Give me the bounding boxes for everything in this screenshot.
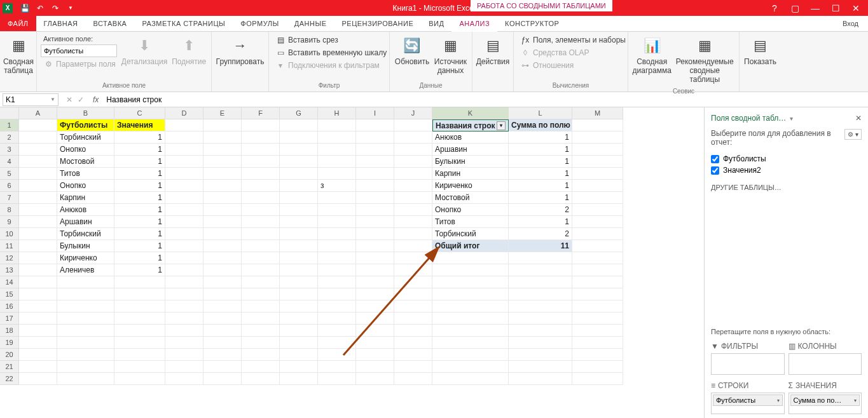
cell[interactable]: 1 — [509, 156, 572, 168]
cell[interactable]: Общий итог — [432, 240, 509, 252]
cell[interactable] — [432, 313, 509, 325]
cell[interactable] — [19, 192, 57, 204]
cell[interactable] — [242, 288, 280, 300]
cell[interactable] — [356, 144, 394, 156]
cell[interactable] — [165, 300, 203, 313]
cell[interactable] — [280, 325, 318, 337]
cell[interactable]: 1 — [114, 131, 165, 144]
cell[interactable] — [280, 313, 318, 325]
cell[interactable] — [394, 288, 432, 300]
cell[interactable] — [165, 204, 203, 216]
cell[interactable] — [203, 228, 242, 240]
cell[interactable] — [242, 325, 280, 337]
cell[interactable] — [114, 288, 165, 300]
cell[interactable] — [19, 276, 57, 288]
cell[interactable] — [356, 349, 394, 361]
values-dropzone[interactable]: Сумма по по… — [789, 393, 862, 414]
cell[interactable] — [280, 252, 318, 264]
cell[interactable] — [356, 168, 394, 180]
cell[interactable] — [509, 276, 572, 288]
cell[interactable]: Аршавин — [432, 144, 509, 156]
cell[interactable] — [19, 300, 57, 313]
cell[interactable] — [318, 204, 356, 216]
cell[interactable] — [318, 119, 356, 131]
redo-icon[interactable]: ↷ — [48, 1, 62, 15]
refresh-button[interactable]: 🔄 Обновить — [392, 33, 432, 69]
cell[interactable] — [280, 276, 318, 288]
cell[interactable] — [57, 349, 114, 361]
cell[interactable] — [165, 192, 203, 204]
cell[interactable] — [165, 131, 203, 144]
cell[interactable] — [203, 180, 242, 192]
cell[interactable]: 1 — [114, 228, 165, 240]
cell[interactable] — [318, 264, 356, 276]
cell[interactable] — [203, 216, 242, 228]
cell[interactable] — [165, 349, 203, 361]
cell[interactable] — [242, 361, 280, 373]
cell[interactable] — [509, 325, 572, 337]
cell[interactable] — [57, 361, 114, 373]
olap-button[interactable]: ◊Средства OLAP — [518, 47, 628, 58]
cell[interactable] — [165, 228, 203, 240]
cell[interactable] — [203, 313, 242, 325]
ribbon-options-icon[interactable]: ▢ — [785, 0, 804, 16]
pane-options-button[interactable]: ⚙ ▾ — [844, 129, 862, 140]
group-button[interactable]: → Группировать — [214, 33, 266, 69]
field-checkbox-2[interactable]: Значения2 — [711, 165, 862, 176]
cell[interactable]: Торбинский — [57, 131, 114, 144]
tab-data[interactable]: ДАННЫЕ — [287, 16, 334, 31]
filter-connections-button[interactable]: ▾Подключения к фильтрам — [273, 60, 389, 71]
cell[interactable] — [572, 325, 623, 337]
cell[interactable] — [165, 373, 203, 385]
cell[interactable]: 1 — [114, 240, 165, 252]
cell[interactable] — [572, 228, 623, 240]
cell[interactable]: Аршавин — [57, 216, 114, 228]
cell[interactable] — [572, 300, 623, 313]
cell[interactable] — [356, 264, 394, 276]
cell[interactable]: Футболисты — [57, 119, 114, 131]
cell[interactable] — [165, 119, 203, 131]
cell[interactable] — [432, 252, 509, 264]
cell[interactable] — [242, 300, 280, 313]
cell[interactable] — [394, 373, 432, 385]
rows-dropzone[interactable]: Футболисты — [711, 393, 785, 414]
cell[interactable] — [165, 276, 203, 288]
cell[interactable] — [509, 337, 572, 349]
cell[interactable] — [356, 313, 394, 325]
cell[interactable] — [280, 240, 318, 252]
cell[interactable] — [394, 252, 432, 264]
cell[interactable] — [203, 156, 242, 168]
cell[interactable] — [19, 361, 57, 373]
cell[interactable] — [572, 144, 623, 156]
cell[interactable] — [242, 119, 280, 131]
help-icon[interactable]: ? — [765, 0, 784, 16]
cell[interactable] — [318, 337, 356, 349]
cell[interactable] — [572, 361, 623, 373]
cell[interactable] — [318, 240, 356, 252]
rows-item[interactable]: Футболисты — [713, 394, 783, 406]
cell[interactable] — [242, 313, 280, 325]
cell[interactable] — [356, 180, 394, 192]
cell[interactable] — [280, 180, 318, 192]
cell[interactable]: 11 — [509, 240, 572, 252]
cell[interactable] — [114, 337, 165, 349]
save-icon[interactable]: 💾 — [18, 1, 32, 15]
cell[interactable] — [318, 192, 356, 204]
cell[interactable]: 1 — [509, 192, 572, 204]
cell[interactable] — [203, 300, 242, 313]
cell[interactable] — [318, 373, 356, 385]
cell[interactable] — [57, 276, 114, 288]
cell[interactable] — [19, 119, 57, 131]
cell[interactable] — [394, 144, 432, 156]
fields-items-button[interactable]: ƒxПоля, элементы и наборы — [518, 34, 628, 46]
tab-analyze[interactable]: АНАЛИЗ — [451, 16, 497, 32]
cell[interactable] — [572, 119, 623, 131]
cell[interactable] — [318, 144, 356, 156]
cell[interactable] — [432, 288, 509, 300]
cell[interactable] — [114, 313, 165, 325]
cell[interactable] — [280, 131, 318, 144]
cell[interactable] — [509, 264, 572, 276]
cell[interactable] — [165, 361, 203, 373]
cell[interactable] — [203, 264, 242, 276]
field-settings-button[interactable]: ⚙Параметры поля — [41, 58, 118, 70]
